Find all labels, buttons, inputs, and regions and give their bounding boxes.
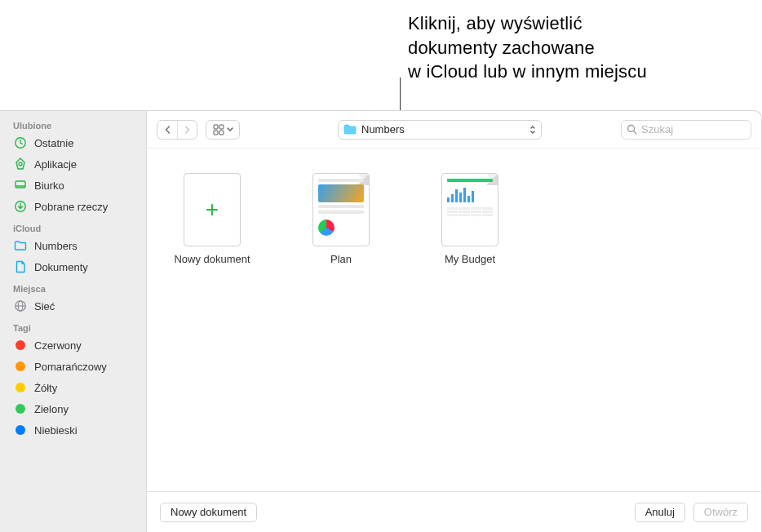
chevron-down-icon: [227, 127, 233, 132]
document-thumbnail: [441, 173, 498, 246]
sidebar-item-label: Aplikacje: [34, 158, 77, 171]
sidebar-item[interactable]: Niebieski: [0, 419, 146, 441]
open-dialog-window: UlubioneOstatnieAplikacjeBiurkoPobrane r…: [0, 110, 762, 532]
svg-point-1: [19, 162, 22, 166]
sidebar-item[interactable]: Ostatnie: [0, 132, 146, 153]
sidebar-item[interactable]: Zielony: [0, 398, 146, 419]
sidebar-item-label: Pobrane rzeczy: [34, 201, 108, 213]
plus-icon: +: [206, 197, 219, 223]
sidebar-item[interactable]: Biurko: [0, 175, 146, 196]
apps-icon: [13, 157, 28, 171]
dot-icon: [13, 423, 28, 437]
new-document-tile[interactable]: +Nowy dokument: [163, 173, 261, 265]
sidebar-item[interactable]: Numbers: [0, 235, 146, 256]
document-thumbnail: +: [184, 173, 241, 246]
sidebar-item-label: Czerwony: [34, 339, 82, 352]
location-popup[interactable]: Numbers: [338, 120, 542, 140]
callout-line: Kliknij, aby wyświetlić: [408, 11, 647, 36]
sidebar-item-label: Zielony: [34, 403, 69, 415]
main-area: Numbers +Nowy dokumentPlanMy Budget Nowy…: [147, 111, 761, 532]
sidebar-item[interactable]: Żółty: [0, 377, 146, 398]
new-document-button[interactable]: Nowy dokument: [160, 503, 257, 522]
search-box[interactable]: [621, 120, 751, 140]
search-icon: [627, 124, 637, 135]
document-label: Nowy dokument: [174, 253, 250, 265]
view-mode-button[interactable]: [206, 120, 240, 140]
dialog-footer: Nowy dokument Anuluj Otwórz: [147, 491, 761, 532]
dot-icon: [13, 338, 28, 352]
sidebar-item[interactable]: Sieć: [0, 295, 146, 317]
file-grid[interactable]: +Nowy dokumentPlanMy Budget: [147, 149, 761, 491]
sidebar-item[interactable]: Dokumenty: [0, 256, 146, 277]
document-thumbnail: [312, 173, 370, 246]
svg-rect-11: [219, 131, 224, 135]
document-label: My Budget: [445, 253, 495, 265]
folder-icon: [343, 124, 357, 135]
sidebar-item-label: Pomarańczowy: [34, 361, 107, 373]
open-button[interactable]: Otwórz: [693, 503, 748, 522]
document-tile[interactable]: Plan: [292, 173, 390, 265]
download-icon: [13, 199, 28, 214]
sidebar-section-header: Miejsca: [0, 279, 146, 295]
globe-icon: [13, 299, 28, 313]
dot-icon: [13, 401, 28, 416]
document-tile[interactable]: My Budget: [421, 173, 519, 265]
sidebar-item-label: Biurko: [34, 180, 64, 192]
sidebar-item-label: Żółty: [34, 382, 57, 394]
callout-line: dokumenty zachowane: [408, 36, 647, 60]
search-input[interactable]: [641, 123, 762, 135]
sidebar-item[interactable]: Pobrane rzeczy: [0, 196, 146, 217]
desk-icon: [13, 178, 28, 193]
sidebar-section-header: iCloud: [0, 219, 146, 235]
callout-line: w iCloud lub w innym miejscu: [408, 60, 647, 84]
nav-buttons: [157, 120, 197, 140]
svg-line-13: [634, 131, 637, 135]
location-label: Numbers: [361, 123, 525, 135]
dot-icon: [13, 359, 28, 374]
clock-icon: [13, 135, 28, 150]
updown-chevron-icon: [529, 125, 536, 135]
document-icon: [13, 259, 28, 274]
dot-icon: [13, 380, 28, 395]
toolbar: Numbers: [147, 111, 761, 149]
callout-text: Kliknij, aby wyświetlić dokumenty zachow…: [408, 11, 647, 84]
cancel-button[interactable]: Anuluj: [635, 503, 685, 522]
folder-icon: [13, 238, 28, 253]
sidebar-item-label: Ostatnie: [34, 137, 73, 149]
sidebar-item-label: Numbers: [34, 240, 78, 252]
document-label: Plan: [330, 253, 352, 265]
sidebar-item-label: Sieć: [34, 300, 55, 313]
svg-rect-8: [214, 125, 218, 129]
sidebar-item[interactable]: Czerwony: [0, 335, 146, 356]
sidebar-item[interactable]: Pomarańczowy: [0, 356, 146, 377]
svg-rect-2: [16, 181, 25, 188]
sidebar-section-header: Tagi: [0, 318, 146, 335]
sidebar: UlubioneOstatnieAplikacjeBiurkoPobrane r…: [0, 111, 147, 532]
svg-rect-9: [219, 125, 224, 129]
sidebar-item-label: Niebieski: [34, 424, 78, 437]
nav-back-button[interactable]: [157, 121, 177, 139]
nav-forward-button[interactable]: [177, 121, 197, 139]
sidebar-item[interactable]: Aplikacje: [0, 153, 146, 175]
sidebar-section-header: Ulubione: [0, 116, 146, 132]
svg-rect-10: [214, 131, 218, 135]
sidebar-item-label: Dokumenty: [34, 261, 88, 273]
